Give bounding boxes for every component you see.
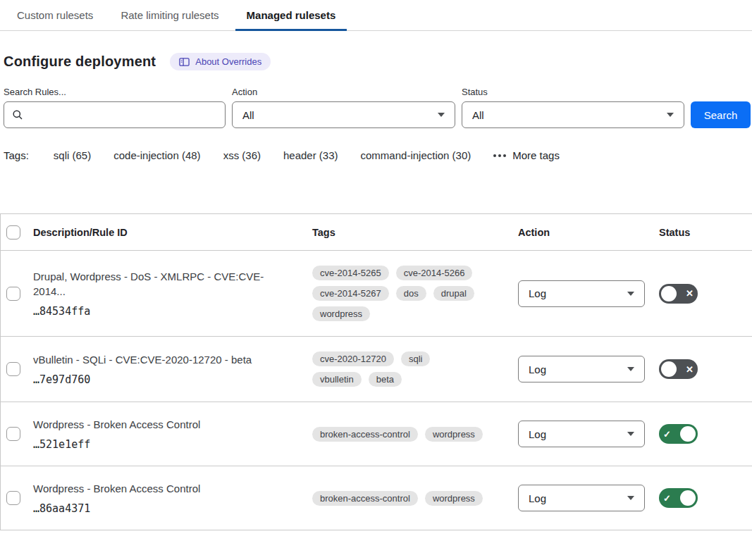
table-row: Wordpress - Broken Access Control …86aa4… bbox=[1, 466, 752, 530]
rule-action-select[interactable]: Log bbox=[518, 485, 645, 511]
rule-status-toggle[interactable]: ✓ ✕ bbox=[659, 488, 698, 508]
chevron-down-icon bbox=[627, 367, 634, 371]
rule-action-select[interactable]: Log bbox=[518, 421, 645, 447]
rule-description: Wordpress - Broken Access Control bbox=[33, 417, 295, 432]
status-field-label: Status bbox=[462, 87, 684, 97]
ellipsis-icon bbox=[493, 154, 506, 157]
tag-pill[interactable]: wordpress bbox=[312, 306, 370, 321]
tag-pill[interactable]: cve-2020-12720 bbox=[312, 351, 394, 366]
rule-action-select[interactable]: Log bbox=[518, 356, 645, 382]
column-header-action: Action bbox=[518, 227, 659, 238]
rule-tags-cell: broken-access-control wordpress bbox=[312, 491, 483, 506]
chevron-down-icon bbox=[627, 496, 634, 500]
tag-filter-command-injection[interactable]: command-injection (30) bbox=[361, 149, 471, 161]
rule-tags-cell: cve-2020-12720 sqli vbulletin beta bbox=[312, 351, 483, 387]
search-field-label: Search Rules... bbox=[4, 87, 226, 97]
chevron-down-icon bbox=[667, 113, 674, 117]
rule-action-select[interactable]: Log bbox=[518, 280, 645, 307]
status-filter-value: All bbox=[472, 109, 484, 121]
tab-custom-rulesets[interactable]: Custom rulesets bbox=[6, 0, 104, 30]
status-filter-select[interactable]: All bbox=[462, 101, 684, 128]
tag-pill[interactable]: dos bbox=[396, 286, 426, 301]
tag-filter-header[interactable]: header (33) bbox=[283, 149, 338, 161]
tab-label: Managed rulesets bbox=[247, 9, 336, 21]
rule-id: …86aa4371 bbox=[33, 502, 295, 515]
rule-status-toggle[interactable]: ✓ ✕ bbox=[659, 284, 698, 304]
tag-filter-code-injection[interactable]: code-injection (48) bbox=[113, 149, 200, 161]
book-icon bbox=[179, 57, 190, 67]
chevron-down-icon bbox=[438, 113, 445, 117]
tab-label: Custom rulesets bbox=[17, 9, 93, 21]
search-field-group: Search Rules... bbox=[4, 87, 226, 128]
tag-pill[interactable]: cve-2014-5266 bbox=[396, 266, 473, 280]
row-checkbox[interactable] bbox=[6, 427, 20, 441]
toggle-knob bbox=[661, 361, 677, 377]
tag-pill[interactable]: sqli bbox=[401, 351, 431, 366]
chevron-down-icon bbox=[627, 432, 634, 436]
tab-managed-rulesets[interactable]: Managed rulesets bbox=[235, 0, 347, 30]
more-tags-button[interactable]: More tags bbox=[493, 149, 560, 161]
rule-id: …84534ffa bbox=[33, 305, 295, 318]
rule-action-value: Log bbox=[529, 492, 546, 504]
tab-rate-limiting-rulesets[interactable]: Rate limiting rulesets bbox=[109, 0, 230, 30]
tag-pill[interactable]: vbulletin bbox=[312, 372, 362, 387]
rule-id: …521e1eff bbox=[33, 438, 295, 451]
chevron-down-icon bbox=[627, 292, 634, 296]
toggle-knob bbox=[680, 426, 696, 442]
about-overrides-label: About Overrides bbox=[195, 56, 261, 67]
ruleset-tabbar: Custom rulesets Rate limiting rulesets M… bbox=[0, 0, 752, 31]
more-tags-label: More tags bbox=[512, 149, 560, 161]
select-all-checkbox[interactable] bbox=[6, 225, 20, 239]
table-row: Wordpress - Broken Access Control …521e1… bbox=[1, 402, 752, 466]
table-row: Drupal, Wordpress - DoS - XMLRPC - CVE:C… bbox=[1, 251, 752, 337]
search-input-box[interactable] bbox=[4, 101, 226, 128]
row-checkbox[interactable] bbox=[6, 362, 20, 376]
rule-status-toggle[interactable]: ✓ ✕ bbox=[659, 359, 698, 379]
check-icon: ✓ bbox=[663, 494, 671, 503]
tag-pill[interactable]: beta bbox=[369, 372, 402, 387]
rule-tags-cell: broken-access-control wordpress bbox=[312, 427, 483, 442]
action-filter-value: All bbox=[242, 109, 254, 121]
tags-bar-label: Tags: bbox=[4, 149, 29, 161]
search-button[interactable]: Search bbox=[691, 101, 751, 128]
tag-pill[interactable]: drupal bbox=[433, 286, 474, 301]
x-icon: ✕ bbox=[686, 289, 694, 298]
rule-description-cell: vBulletin - SQLi - CVE:CVE-2020-12720 - … bbox=[33, 352, 312, 386]
rule-description-cell: Drupal, Wordpress - DoS - XMLRPC - CVE:C… bbox=[33, 269, 312, 318]
rule-id: …7e97d760 bbox=[33, 373, 295, 386]
row-checkbox[interactable] bbox=[6, 491, 20, 505]
rule-description: vBulletin - SQLi - CVE:CVE-2020-12720 - … bbox=[33, 352, 295, 367]
tag-pill[interactable]: cve-2014-5267 bbox=[312, 286, 389, 301]
tab-label: Rate limiting rulesets bbox=[121, 9, 218, 21]
rule-description-cell: Wordpress - Broken Access Control …86aa4… bbox=[33, 481, 312, 515]
tag-filter-sqli[interactable]: sqli (65) bbox=[54, 149, 91, 161]
rules-table: Description/Rule ID Tags Action Status D… bbox=[0, 213, 752, 530]
page-title: Configure deployment bbox=[4, 54, 156, 70]
filters-row: Search Rules... Action All Status All Se… bbox=[4, 87, 752, 128]
rule-action-value: Log bbox=[529, 287, 546, 299]
toggle-knob bbox=[680, 490, 696, 506]
tag-pill[interactable]: broken-access-control bbox=[312, 491, 418, 506]
rule-tags-cell: cve-2014-5265 cve-2014-5266 cve-2014-526… bbox=[312, 266, 483, 321]
rule-description: Wordpress - Broken Access Control bbox=[33, 481, 295, 496]
check-icon: ✓ bbox=[663, 430, 671, 439]
rule-description: Drupal, Wordpress - DoS - XMLRPC - CVE:C… bbox=[33, 269, 295, 299]
action-filter-select[interactable]: All bbox=[232, 101, 455, 128]
about-overrides-link[interactable]: About Overrides bbox=[170, 53, 271, 70]
tags-bar: Tags: sqli (65) code-injection (48) xss … bbox=[4, 149, 752, 161]
rule-action-value: Log bbox=[529, 428, 546, 440]
rule-action-value: Log bbox=[529, 363, 546, 375]
heading-row: Configure deployment About Overrides bbox=[4, 53, 752, 70]
action-field-label: Action bbox=[232, 87, 455, 97]
row-checkbox[interactable] bbox=[6, 287, 20, 301]
tag-pill[interactable]: cve-2014-5265 bbox=[312, 266, 389, 280]
column-header-description: Description/Rule ID bbox=[33, 227, 312, 238]
status-field-group: Status All bbox=[462, 87, 684, 128]
tag-pill[interactable]: wordpress bbox=[425, 427, 483, 442]
tag-pill[interactable]: wordpress bbox=[425, 491, 483, 506]
tag-filter-xss[interactable]: xss (36) bbox=[223, 149, 261, 161]
rule-status-toggle[interactable]: ✓ ✕ bbox=[659, 424, 698, 444]
search-input[interactable] bbox=[30, 108, 217, 121]
tag-pill[interactable]: broken-access-control bbox=[312, 427, 418, 442]
table-header-row: Description/Rule ID Tags Action Status bbox=[1, 214, 752, 251]
